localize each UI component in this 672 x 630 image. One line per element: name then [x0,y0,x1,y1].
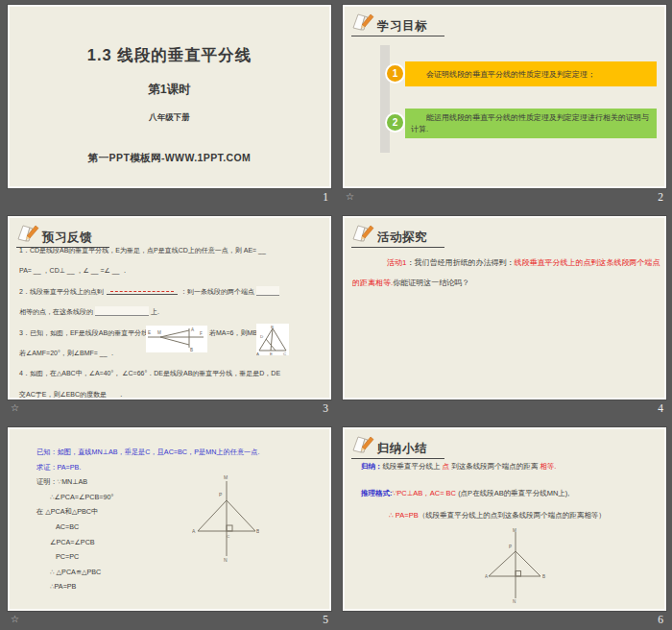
fig-label-p: P [509,545,512,549]
question-line: 1．CD是线段AB的垂直平分线，E为垂足，点P是直线CD上的任意一点，则 AE=… [19,240,326,260]
notebook-pencil-icon [351,224,374,246]
slide-cell-4: 活动探究 活动1：我们曾经用折纸的办法得到：线段垂直平分线上的点到这条线段两个端… [343,216,666,416]
proof-line: ∴ △PCA≌△PBC [36,565,259,580]
proof-line: ∴PA=PB [36,579,259,594]
question-line: 4．如图，在△ABC中，∠A=40°， ∠C=66°．DE是线段AB的垂直平分线… [19,363,326,383]
slide-thumbnail-3[interactable]: 预习反馈 1．CD是线段AB的垂直平分线，E为垂足，点P是直线CD上的任意一点，… [8,216,331,400]
slide-cell-3: 预习反馈 1．CD是线段AB的垂直平分线，E为垂足，点P是直线CD上的任意一点，… [8,216,331,416]
slide-strip-1: 1 [8,188,331,205]
geometry-figure-mn-triangle: M P A B N [485,528,546,607]
slide-title: 学习目标 [377,18,427,35]
geometry-figure-efab: E M A F B [146,326,207,352]
fig-label-a: A [191,327,195,332]
slide-strip-5: ☆ 5 [8,611,331,627]
page-number: 5 [323,614,328,625]
fig-label-d: D [260,334,263,339]
fig-label-p: P [219,492,223,497]
slide-grid: 1.3 线段的垂直平分线 第1课时 八年级下册 第一PPT模板网-WWW.1PP… [8,5,666,630]
goal-item-bar-1: 会证明线段的垂直平分线的性质定理及判定定理； [405,61,657,86]
question-line: 2．线段垂直平分线上的点到：到一条线段的两个端点 [19,281,326,302]
goal-item-text: 会证明线段的垂直平分线的性质定理及判定定理； [426,69,595,80]
fig-label-c: C [227,534,229,539]
fig-label-a: A [485,574,489,579]
goal-number-badge-2: 2 [385,112,405,133]
slide-cell-1: 1.3 线段的垂直平分线 第1课时 八年级下册 第一PPT模板网-WWW.1PP… [8,5,331,205]
transition-star-icon: ☆ [11,615,19,624]
fig-label-m: M [224,474,228,480]
slide-header: 学习目标 [351,12,444,36]
notebook-pencil-icon [351,435,374,457]
goal-track [380,45,390,153]
answer-blank-dashed [107,286,178,295]
slide-header: 归纳小结 [351,435,444,459]
fig-label-b: B [190,348,193,352]
slide-strip-4: 4 [343,400,666,416]
question-line: PA= __ ，CD⊥ __ ，∠ __ =∠ __ ． [19,260,326,280]
fig-label-m: M [157,330,161,335]
question-line: 交AC于E，则∠EBC的度数是 __ ． [19,384,326,400]
page-number: 6 [658,614,663,625]
slide-strip-2: ☆ 2 [343,188,666,205]
fig-label-b: B [542,574,545,579]
lesson-subtitle: 第1课时 [10,82,329,98]
fig-label-e: E [270,351,273,355]
question-line: 相等的点，在这条线段的上. [19,302,326,322]
goal-item-text: 能运用线段的垂直平分线的性质定理及判定定理进行相关的证明与计算. [411,113,649,133]
slide-strip-3: ☆ 3 [8,400,331,416]
summary-label: 推理格式: [361,489,393,497]
summary-line: 归纳：线段垂直平分线上 点 到这条线段两个端点的距离 相等. [361,462,556,472]
goal-number-badge-1: 1 [385,63,405,84]
answer-blank [95,306,149,316]
transition-star-icon: ☆ [346,192,354,202]
summary-line: 推理格式:∵PC⊥AB，AC= BC (点P在线段AB的垂直平分线MN上), [361,489,569,498]
slide-strip-6: 6 [343,611,666,627]
slide-thumbnail-5[interactable]: 已知：如图，直线MN⊥AB，垂足是C，且AC=BC，P是MN上的任意一点. 求证… [8,427,331,611]
goal-item-bar-2: 能运用线段的垂直平分线的性质定理及判定定理进行相关的证明与计算. [405,109,657,138]
activity-paragraph: 活动1：我们曾经用折纸的办法得到：线段垂直平分线上的点到这条线段两个端点的距离相… [352,253,661,293]
geometry-figure-mn-triangle: M P A B C N [192,472,259,567]
activity-label: 活动1 [387,258,406,267]
slide-sorter-view: { "icons": { "transition_star": "☆", "he… [0,0,672,630]
notebook-pencil-icon [351,12,374,35]
geometry-figure-abc: B D A E C [256,324,289,355]
fig-label-n: N [513,599,516,603]
fig-label-e: E [148,330,151,335]
slide-thumbnail-2[interactable]: 学习目标 会证明线段的垂直平分线的性质定理及判定定理； 1 能运用线段的垂直平分… [343,5,666,188]
proof-line: 已知：如图，直线MN⊥AB，垂足是C，且AC=BC，P是MN上的任意一点. [36,445,259,460]
fig-label-b: B [271,325,274,329]
fig-label-n: N [224,557,228,563]
answer-blank [256,286,279,296]
slide-thumbnail-4[interactable]: 活动探究 活动1：我们曾经用折纸的办法得到：线段垂直平分线上的点到这条线段两个端… [343,216,666,400]
grade-label: 八年级下册 [10,112,329,124]
slide-cell-5: 已知：如图，直线MN⊥AB，垂足是C，且AC=BC，P是MN上的任意一点. 求证… [8,427,331,627]
slide-cell-2: 学习目标 会证明线段的垂直平分线的性质定理及判定定理； 1 能运用线段的垂直平分… [343,5,666,205]
slide-title: 活动探究 [377,230,427,246]
slide-header: 活动探究 [351,224,444,248]
fig-label-a: A [256,351,259,355]
slide-title: 归纳小结 [377,441,427,457]
page-number: 3 [323,402,328,414]
fig-label-f: F [200,331,203,336]
slide-thumbnail-1[interactable]: 1.3 线段的垂直平分线 第1课时 八年级下册 第一PPT模板网-WWW.1PP… [8,5,331,188]
slide-thumbnail-6[interactable]: 归纳小结 归纳：线段垂直平分线上 点 到这条线段两个端点的距离 相等. 推理格式… [343,427,666,611]
page-number: 4 [658,402,663,414]
lesson-title: 1.3 线段的垂直平分线 [10,45,329,66]
transition-star-icon: ☆ [11,403,19,413]
fig-label-c: C [283,351,286,355]
fig-label-b: B [256,528,259,534]
summary-label: 归纳： [361,462,383,471]
quiz-body: 1．CD是线段AB的垂直平分线，E为垂足，点P是直线CD上的任意一点，则 AE=… [19,240,326,400]
template-site-footer: 第一PPT模板网-WWW.1PPT.COM [10,152,329,165]
page-number: 1 [323,191,328,203]
slide-cell-6: 归纳小结 归纳：线段垂直平分线上 点 到这条线段两个端点的距离 相等. 推理格式… [343,427,666,627]
fig-label-m: M [513,528,516,533]
page-number: 2 [658,191,663,203]
fig-label-a: A [192,528,196,534]
summary-line: ∴ PA=PB（线段垂直平分线上的点到这条线段两个端点的距离相等） [389,511,606,521]
